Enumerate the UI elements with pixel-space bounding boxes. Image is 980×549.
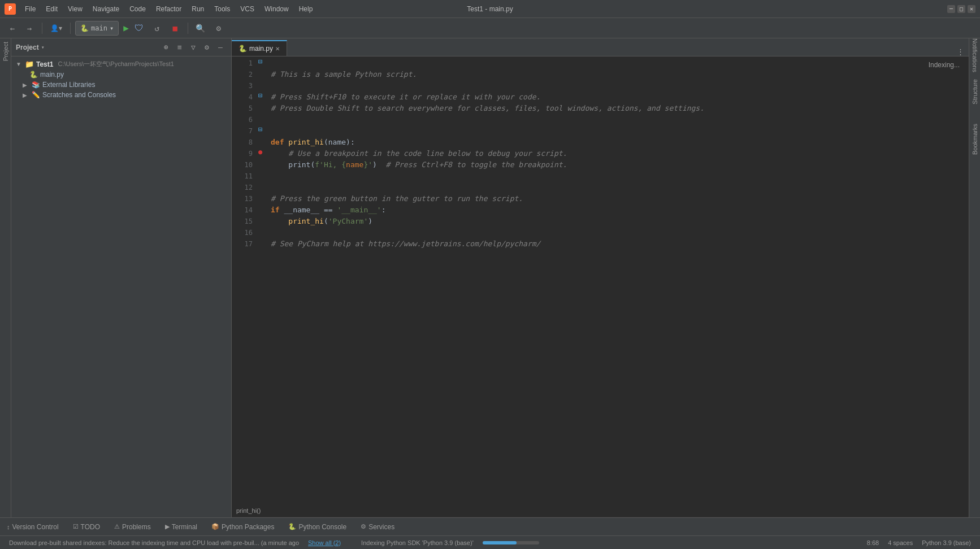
minimize-button[interactable]: ─ [947, 5, 955, 13]
menu-tools[interactable]: Tools [210, 4, 235, 14]
menu-file[interactable]: File [20, 4, 40, 14]
maximize-button[interactable]: □ [957, 5, 965, 13]
tab-version-control[interactable]: ↕ Version Control [0, 518, 66, 535]
settings-button[interactable]: ⚙ [211, 20, 227, 36]
toolbar: ← → 👤▾ 🐍 main ▾ ▶ 🛡 ↺ ■ 🔍 ⚙ [0, 18, 980, 38]
tab-problems[interactable]: ⚠ Problems [107, 518, 158, 535]
run-button[interactable]: ▶ [123, 23, 129, 33]
scratches-caret: ▶ [23, 92, 29, 98]
todo-label: TODO [81, 523, 100, 531]
bookmarks-tab[interactable]: Bookmarks [972, 124, 978, 155]
stop-button[interactable]: ■ [167, 20, 183, 36]
todo-icon: ☑ [73, 523, 79, 530]
tab-python-console[interactable]: 🐍 Python Console [281, 518, 354, 535]
tab-services[interactable]: ⚙ Services [354, 518, 402, 535]
run-config-icon: 🐍 [80, 24, 89, 32]
tree-scratches[interactable]: ▶ ✏️ Scratches and Consoles [11, 90, 231, 100]
project-actions: ⊕ ≡ ▽ ⚙ — [160, 41, 227, 54]
tree-file-mainpy[interactable]: ▶ 🐍 main.py [11, 69, 231, 80]
python-console-label: Python Console [298, 523, 346, 531]
code-line-4: # Press Double Shift to search everywher… [271, 104, 704, 112]
tab-python-packages[interactable]: 📦 Python Packages [205, 518, 281, 535]
tab-terminal[interactable]: ▶ Terminal [158, 518, 205, 535]
close-button[interactable]: ✕ [968, 5, 975, 13]
title-bar: P File Edit View Navigate Code Refactor … [0, 0, 980, 18]
run-config-caret: ▾ [110, 24, 114, 32]
services-label: Services [368, 523, 394, 531]
menu-view[interactable]: View [63, 4, 87, 14]
editor-tab-mainpy[interactable]: 🐍 main.py ✕ [232, 40, 287, 56]
line-num-12: 12 [232, 182, 253, 193]
tab-todo[interactable]: ☑ TODO [66, 518, 107, 535]
scratches-icon: ✏️ [32, 91, 40, 99]
tab-python-icon: 🐍 [239, 45, 247, 53]
menu-navigate[interactable]: Navigate [88, 4, 124, 14]
toolbar-left: ← → [5, 20, 37, 36]
coverage-button[interactable]: 🛡 [131, 20, 147, 36]
fold-icon-1[interactable]: ⊟ [258, 58, 262, 66]
run-configuration[interactable]: 🐍 main ▾ [75, 21, 119, 36]
notifications-tab[interactable]: Notifications [972, 38, 978, 72]
status-indent[interactable]: 4 spaces [883, 539, 917, 546]
hide-panel-button[interactable]: — [214, 41, 227, 54]
ext-libs-icon: 📚 [32, 81, 40, 89]
user-button[interactable]: 👤▾ [47, 20, 66, 36]
forward-button[interactable]: → [21, 20, 37, 36]
python-packages-label: Python Packages [222, 523, 274, 531]
refresh-button[interactable]: ↺ [149, 20, 165, 36]
menu-help[interactable]: Help [294, 4, 318, 14]
back-button[interactable]: ← [5, 20, 20, 36]
breakpoint-icon-9[interactable]: ● [258, 148, 262, 156]
root-name: Test1 [36, 60, 53, 68]
menu-vcs[interactable]: VCS [236, 4, 259, 14]
code-content[interactable]: # This is a sample Python script. # Pres… [268, 56, 969, 504]
window-title: Test1 - main.py [467, 5, 513, 13]
app-logo: P [5, 3, 16, 15]
tabs-more-button[interactable]: ⋮ [952, 47, 969, 56]
tree-external-libs[interactable]: ▶ 📚 External Libraries [11, 80, 231, 90]
toolbar-separator-3 [188, 23, 188, 34]
project-caret[interactable]: ▾ [41, 44, 45, 50]
tree-root[interactable]: ▼ 📁 Test1 C:\Users\一坏空气\PycharmProjects\… [11, 59, 231, 69]
fold-icon-7[interactable]: ⊟ [258, 125, 262, 133]
indexing-label: Indexing... [929, 61, 960, 69]
project-tab[interactable]: Project [1, 38, 10, 64]
menu-code[interactable]: Code [125, 4, 150, 14]
line-num-1: 1 [232, 58, 253, 69]
structure-tab[interactable]: Structure [972, 79, 978, 104]
search-everywhere-button[interactable]: 🔍 [193, 20, 209, 36]
status-right: 8:68 4 spaces Python 3.9 (base) [862, 539, 975, 546]
line-num-8: 8 [232, 137, 253, 148]
tab-close-button[interactable]: ✕ [275, 46, 280, 52]
tab-label: main.py [249, 45, 273, 53]
line-num-3: 3 [232, 80, 253, 91]
line-num-13: 13 [232, 193, 253, 204]
menu-edit[interactable]: Edit [41, 4, 62, 14]
editor-area: 🐍 main.py ✕ ⋮ 1 2 3 4 5 6 7 8 9 10 11 12 [232, 38, 969, 517]
editor-tabs: 🐍 main.py ✕ ⋮ [232, 38, 969, 56]
show-all-link[interactable]: Show all (2) [303, 539, 345, 546]
status-message: Download pre-built shared indexes: Reduc… [5, 539, 303, 546]
settings-proj-button[interactable]: ⚙ [201, 41, 213, 54]
menu-refactor[interactable]: Refactor [151, 4, 186, 14]
python-file-icon: 🐍 [29, 71, 38, 79]
toolbar-separator-2 [70, 23, 71, 34]
problems-label: Problems [122, 523, 151, 531]
filter-button[interactable]: ▽ [187, 41, 200, 54]
scratches-label: Scratches and Consoles [42, 91, 116, 99]
menu-run[interactable]: Run [187, 4, 209, 14]
line-num-2: 2 [232, 69, 253, 80]
locate-button[interactable]: ⊕ [160, 41, 172, 54]
file-name-main: main.py [40, 71, 64, 79]
breadcrumb-text: print_hi() [236, 507, 261, 514]
collapse-all-button[interactable]: ≡ [174, 41, 186, 54]
fold-icon-4[interactable]: ⊟ [258, 91, 262, 99]
code-line-13: if __name__ == '__main__': [271, 206, 386, 214]
status-position[interactable]: 8:68 [862, 539, 883, 546]
root-caret: ▼ [16, 61, 23, 67]
menu-window[interactable]: Window [260, 4, 293, 14]
status-encoding[interactable]: Python 3.9 (base) [917, 539, 975, 546]
toolbar-separator-1 [42, 23, 42, 34]
code-line-1: # This is a sample Python script. [271, 70, 417, 79]
project-tree: ▼ 📁 Test1 C:\Users\一坏空气\PycharmProjects\… [11, 56, 231, 517]
